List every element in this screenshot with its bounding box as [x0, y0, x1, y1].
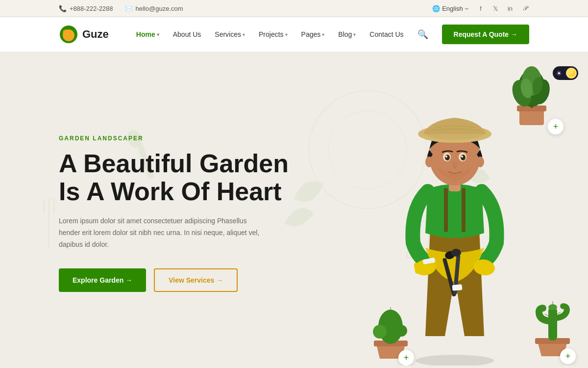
twitter-icon[interactable]: 𝕏 — [491, 4, 500, 13]
linkedin-icon[interactable]: in — [506, 4, 514, 13]
nav-services[interactable]: Services ▾ — [215, 30, 245, 38]
nav-about[interactable]: About Us — [173, 30, 201, 38]
nav-contact-label: Contact Us — [369, 30, 403, 38]
email-contact: ✉️ hello@guze.com — [125, 5, 183, 12]
explore-garden-button[interactable]: Explore Garden → — [59, 268, 146, 292]
services-dropdown-arrow: ▾ — [243, 32, 245, 37]
hero-label: GARDEN LANDSCAPER — [59, 135, 289, 142]
nav-projects[interactable]: Projects ▾ — [259, 30, 288, 38]
mail-icon: ✉️ — [125, 5, 133, 12]
nav-blog-label: Blog — [338, 30, 352, 38]
nav-projects-label: Projects — [259, 30, 284, 38]
svg-line-57 — [545, 314, 548, 316]
globe-icon: 🌐 — [432, 5, 440, 12]
logo-text: Guze — [82, 28, 109, 41]
svg-point-41 — [425, 157, 433, 167]
hero-image-area: + — [284, 52, 588, 366]
cactus-right-plus[interactable]: + — [560, 348, 576, 364]
top-bar: 📞 +888-222-2288 ✉️ hello@guze.com 🌐 Engl… — [0, 0, 588, 17]
nav-about-label: About Us — [173, 30, 201, 38]
home-dropdown-arrow: ▾ — [157, 32, 159, 37]
phone-contact: 📞 +888-222-2288 — [59, 5, 113, 12]
phone-icon: 📞 — [59, 5, 67, 12]
svg-point-42 — [476, 157, 484, 167]
svg-point-39 — [445, 156, 447, 158]
facebook-icon[interactable]: f — [476, 4, 485, 13]
plant-top-right-plus[interactable]: + — [548, 119, 564, 134]
hero-title: A Beautiful Garden Is A Work Of Heart — [59, 150, 289, 206]
navbar: Guze Home ▾ About Us Services ▾ Projects… — [0, 17, 588, 52]
hero-content: GARDEN LANDSCAPER A Beautiful Garden Is … — [0, 125, 289, 292]
logo-icon — [59, 25, 78, 44]
svg-point-2 — [63, 29, 69, 35]
language-label: English ~ — [442, 5, 468, 12]
hero-description: Lorem ipsum dolor sit amet consectetuer … — [59, 215, 265, 250]
cactus-plus[interactable]: + — [398, 350, 414, 366]
email-address: hello@guze.com — [136, 5, 183, 12]
phone-number: +888-222-2288 — [70, 5, 113, 12]
pinterest-icon[interactable]: 𝒫 — [520, 4, 529, 13]
moon-icon: 🌙 — [566, 68, 577, 79]
hero-buttons: Explore Garden → View Services → — [59, 268, 289, 292]
top-bar-left: 📞 +888-222-2288 ✉️ hello@guze.com — [59, 5, 183, 12]
nav-links: Home ▾ About Us Services ▾ Projects ▾ Pa… — [136, 25, 529, 44]
svg-point-53 — [395, 325, 407, 337]
search-icon[interactable]: 🔍 — [417, 29, 428, 40]
nav-pages[interactable]: Pages ▾ — [301, 30, 325, 38]
svg-line-58 — [557, 312, 561, 314]
nav-blog[interactable]: Blog ▾ — [338, 30, 356, 38]
blog-dropdown-arrow: ▾ — [353, 32, 356, 37]
svg-rect-43 — [444, 188, 448, 232]
nav-home-label: Home — [136, 30, 155, 38]
svg-point-38 — [461, 155, 466, 160]
svg-rect-29 — [452, 284, 463, 291]
quote-button[interactable]: Request A Quote → — [442, 25, 529, 44]
nav-pages-label: Pages — [301, 30, 321, 38]
svg-rect-44 — [462, 188, 466, 232]
svg-point-37 — [445, 155, 450, 160]
social-links: f 𝕏 in 𝒫 — [476, 4, 529, 13]
svg-point-56 — [548, 304, 557, 310]
nav-services-label: Services — [215, 30, 241, 38]
svg-point-52 — [373, 325, 387, 339]
hero-section: GARDEN LANDSCAPER A Beautiful Garden Is … — [0, 52, 588, 366]
language-selector[interactable]: 🌐 English ~ — [432, 5, 468, 12]
svg-point-20 — [416, 355, 494, 366]
top-bar-right: 🌐 English ~ f 𝕏 in 𝒫 — [432, 4, 529, 13]
view-services-button[interactable]: View Services → — [154, 268, 238, 292]
svg-point-40 — [461, 156, 463, 158]
logo[interactable]: Guze — [59, 25, 109, 44]
theme-toggle[interactable]: ☀ 🌙 — [553, 66, 578, 80]
pages-dropdown-arrow: ▾ — [322, 32, 324, 37]
sun-icon: ☀ — [556, 70, 562, 77]
nav-home[interactable]: Home ▾ — [136, 30, 159, 38]
nav-contact[interactable]: Contact Us — [369, 30, 403, 38]
hero-title-line1: A Beautiful Garden — [59, 149, 289, 178]
projects-dropdown-arrow: ▾ — [285, 32, 288, 37]
hero-title-line2: Is A Work Of Heart — [59, 177, 282, 206]
plant-bottom-left: + — [363, 297, 419, 363]
plant-bottom-right: + — [527, 292, 578, 363]
